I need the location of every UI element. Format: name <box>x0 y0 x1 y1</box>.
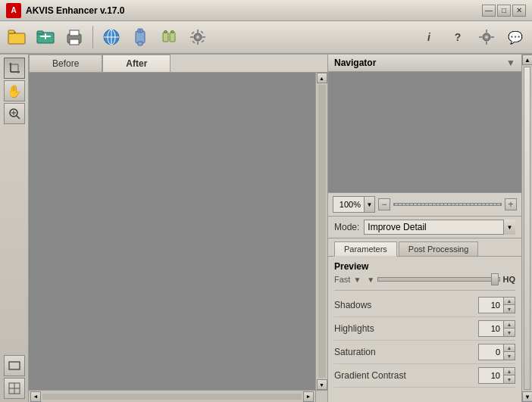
app-icon: A <box>6 3 21 18</box>
shadows-spin-down-btn[interactable]: ▼ <box>504 305 515 313</box>
crop-tool-btn[interactable] <box>4 58 25 79</box>
zoom-input-wrap: 100% ▼ <box>333 196 375 213</box>
batch-btn[interactable] <box>155 23 183 51</box>
plugin-btn[interactable] <box>127 23 154 51</box>
highlights-spin-down-btn[interactable]: ▼ <box>504 329 515 336</box>
panel-scroll-thumb[interactable] <box>524 67 530 390</box>
zoom-value: 100% <box>333 198 364 210</box>
scroll-corner <box>315 391 327 402</box>
app-title: AKVIS Enhancer v.17.0 <box>26 5 482 16</box>
toolbar-sep-1 <box>92 26 93 48</box>
shadows-spin-up-btn[interactable]: ▲ <box>504 298 515 305</box>
svg-rect-38 <box>491 36 494 38</box>
preview-slider-track <box>377 277 499 282</box>
window-controls: — □ ✕ <box>482 5 526 17</box>
web-btn[interactable] <box>98 23 125 51</box>
preview-quality-row: Fast ▼ ▼ HQ <box>334 273 515 285</box>
svg-rect-4 <box>37 31 43 34</box>
grid-btn[interactable] <box>4 378 25 399</box>
saturation-spin-up-btn[interactable]: ▲ <box>504 344 515 352</box>
highlights-row: Highlights 10 ▲ ▼ <box>334 320 515 341</box>
scroll-down-btn[interactable]: ▼ <box>317 379 327 390</box>
post-processing-tab[interactable]: Post Processing <box>399 242 478 256</box>
settings-icon <box>187 26 208 48</box>
parameters-tab[interactable]: Parameters <box>334 242 397 257</box>
navigator-preview <box>328 72 521 193</box>
grid-icon <box>8 382 21 395</box>
main-toolbar: i ? 💬 <box>0 21 532 55</box>
info-btn[interactable]: i <box>415 23 443 51</box>
svg-rect-31 <box>200 30 203 33</box>
zoom-slider[interactable] <box>393 203 502 206</box>
canvas-scrollbar-h-row: ◄ ► <box>29 390 327 402</box>
param-tabs: Parameters Post Processing <box>328 238 521 257</box>
maximize-button[interactable]: □ <box>497 5 511 17</box>
svg-rect-32 <box>192 40 195 43</box>
gradient-contrast-spin-up-btn[interactable]: ▲ <box>504 368 515 376</box>
right-panel-scrollbar[interactable]: ▲ ▼ <box>521 55 532 402</box>
svg-rect-47 <box>9 362 20 369</box>
gradient-contrast-row: Gradient Contrast 10 ▲ ▼ <box>334 367 515 388</box>
zoom-tool-btn[interactable] <box>4 103 25 124</box>
zoom-out-btn[interactable]: − <box>378 198 390 210</box>
zoom-dropdown-btn[interactable]: ▼ <box>364 197 374 212</box>
minimize-button[interactable]: — <box>482 5 496 17</box>
settings-btn[interactable] <box>184 23 211 51</box>
preview-arrow-left: ▼ <box>353 276 361 284</box>
chat-btn[interactable]: 💬 <box>502 23 529 51</box>
print-btn[interactable] <box>61 23 88 51</box>
scroll-up-btn[interactable]: ▲ <box>317 73 327 83</box>
navigator-collapse-btn[interactable]: ▼ <box>506 58 515 68</box>
open-folder-btn[interactable] <box>32 23 59 51</box>
canvas-view: ▲ ▼ <box>29 73 327 390</box>
svg-rect-9 <box>70 39 79 45</box>
gear2-icon <box>476 26 497 48</box>
close-button[interactable]: ✕ <box>512 5 526 17</box>
svg-rect-28 <box>202 36 205 38</box>
svg-rect-2 <box>8 30 14 33</box>
tool-sidebar: ✋ <box>0 55 29 402</box>
saturation-spin-down-btn[interactable]: ▼ <box>504 352 515 360</box>
zoom-in-btn[interactable]: + <box>505 198 517 210</box>
canvas-scrollbar-vertical[interactable]: ▲ ▼ <box>315 73 327 390</box>
svg-point-10 <box>78 36 80 38</box>
panel-scroll-up-btn[interactable]: ▲ <box>522 55 532 65</box>
mode-row: Mode: Improve Detail Remove Noise Add Te… <box>328 217 521 238</box>
batch-icon <box>158 26 180 48</box>
navigator-header: Navigator ▼ <box>328 55 521 72</box>
preview-quality-slider[interactable] <box>377 273 499 285</box>
svg-point-34 <box>485 36 488 39</box>
svg-rect-26 <box>197 42 199 45</box>
shadows-spinners: ▲ ▼ <box>503 298 515 313</box>
canvas-scrollbar-horizontal[interactable]: ◄ ► <box>29 391 315 402</box>
gear-btn[interactable] <box>473 23 500 51</box>
mode-select[interactable]: Improve Detail Remove Noise Add Texture <box>364 220 515 235</box>
svg-line-44 <box>17 116 20 119</box>
scroll-track-v <box>318 85 326 378</box>
svg-rect-18 <box>138 42 142 45</box>
help-btn[interactable]: ? <box>444 23 471 51</box>
gradient-contrast-spin-down-btn[interactable]: ▼ <box>504 376 515 383</box>
saturation-label: Saturation <box>334 347 478 357</box>
mode-label: Mode: <box>334 222 359 232</box>
saturation-row: Saturation 0 ▲ ▼ <box>334 344 515 364</box>
preview-slider-thumb[interactable] <box>491 273 499 285</box>
before-tab[interactable]: Before <box>29 55 102 72</box>
hand-tool-btn[interactable]: ✋ <box>4 80 25 101</box>
open-file-btn[interactable] <box>3 23 30 51</box>
svg-point-21 <box>164 31 167 33</box>
rect-select-btn[interactable] <box>4 355 25 376</box>
zoom-icon <box>8 107 21 120</box>
navigator-title: Navigator <box>334 58 376 68</box>
svg-rect-37 <box>479 36 482 38</box>
panel-scroll-down-btn[interactable]: ▼ <box>522 391 532 402</box>
svg-rect-36 <box>486 42 487 45</box>
scroll-right-btn[interactable]: ► <box>303 391 314 402</box>
highlights-spin-up-btn[interactable]: ▲ <box>504 321 515 329</box>
navigator-zoom-bar: 100% ▼ − + <box>328 193 521 217</box>
after-tab[interactable]: After <box>102 55 171 72</box>
crop-icon <box>8 61 21 75</box>
scroll-left-btn[interactable]: ◄ <box>30 391 41 402</box>
right-panel: Navigator ▼ 100% ▼ − + Mode: <box>327 55 532 402</box>
param-content: Preview Fast ▼ ▼ HQ Shadows <box>328 257 521 402</box>
